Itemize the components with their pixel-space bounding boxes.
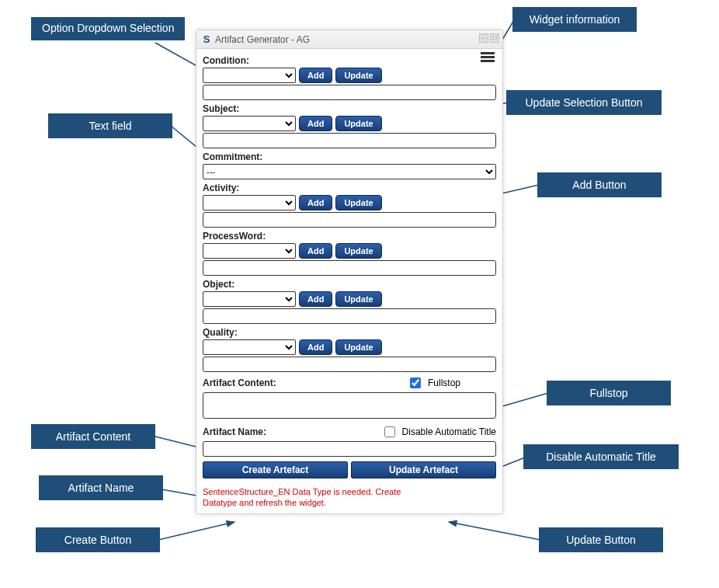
subject-label: Subject: — [203, 103, 496, 114]
condition-select[interactable] — [203, 68, 296, 83]
subject-update-button[interactable]: Update — [335, 116, 381, 131]
callout-fullstop: Fullstop — [547, 381, 671, 405]
window-title: Artifact Generator - AG — [215, 34, 310, 45]
activity-text-field[interactable] — [203, 212, 496, 228]
minimize-icon[interactable]: – — [479, 33, 488, 43]
callout-option-dropdown: Option Dropdown Selection — [31, 17, 185, 40]
quality-text-field[interactable] — [203, 357, 496, 372]
processword-label: ProcessWord: — [203, 231, 496, 242]
callout-widget-info: Widget information — [512, 7, 637, 32]
fullstop-label: Fullstop — [428, 378, 460, 388]
callout-update-button: Update Button — [539, 527, 663, 552]
titlebar: S Artifact Generator - AG – □ — [196, 30, 502, 49]
create-artefact-button[interactable]: Create Artefact — [203, 461, 348, 478]
disable-auto-title-checkbox[interactable] — [384, 426, 395, 437]
object-text-field[interactable] — [203, 308, 496, 324]
commitment-select[interactable]: --- — [203, 164, 496, 179]
condition-update-button[interactable]: Update — [335, 68, 381, 83]
callout-label: Option Dropdown Selection — [42, 22, 174, 34]
processword-add-button[interactable]: Add — [299, 243, 332, 259]
subject-select[interactable] — [203, 116, 296, 131]
artifact-generator-widget: S Artifact Generator - AG – □ Condition:… — [196, 30, 503, 514]
quality-select[interactable] — [203, 339, 296, 355]
commitment-label: Commitment: — [203, 151, 496, 162]
activity-add-button[interactable]: Add — [299, 195, 332, 210]
window-buttons: – □ — [479, 33, 499, 43]
callout-create-button: Create Button — [36, 527, 160, 552]
callout-label: Create Button — [64, 534, 131, 546]
subject-add-button[interactable]: Add — [299, 116, 332, 131]
processword-select[interactable] — [203, 243, 296, 259]
error-message: SentenceStructure_EN Data Type is needed… — [203, 486, 436, 509]
callout-add-button: Add Button — [537, 172, 662, 197]
condition-text-field[interactable] — [203, 85, 496, 100]
processword-update-button[interactable]: Update — [335, 243, 381, 259]
object-label: Object: — [203, 279, 496, 290]
quality-label: Quality: — [203, 327, 496, 338]
maximize-icon[interactable]: □ — [490, 33, 499, 43]
quality-update-button[interactable]: Update — [335, 339, 381, 355]
object-add-button[interactable]: Add — [299, 291, 332, 307]
callout-label: Add Button — [572, 179, 626, 191]
object-select[interactable] — [203, 291, 296, 307]
artifact-name-label: Artifact Name: — [203, 426, 266, 437]
svg-line-4 — [158, 522, 234, 540]
activity-update-button[interactable]: Update — [335, 195, 381, 210]
callout-text-field: Text field — [48, 113, 172, 138]
widget-body: Condition: Add Update Subject: Add Updat… — [196, 49, 502, 513]
disable-auto-title-label: Disable Automatic Title — [402, 426, 496, 437]
activity-label: Activity: — [203, 183, 496, 193]
app-logo-icon: S — [201, 34, 212, 45]
condition-label: Condition: — [203, 55, 496, 66]
callout-label: Widget information — [530, 13, 620, 26]
processword-text-field[interactable] — [203, 260, 496, 276]
callout-label: Update Selection Button — [526, 96, 643, 109]
artifact-content-field[interactable] — [203, 392, 496, 419]
callout-artifact-content: Artifact Content — [31, 424, 155, 449]
callout-disable-auto-title: Disable Automatic Title — [523, 444, 679, 469]
activity-select[interactable] — [203, 195, 296, 210]
artifact-name-field[interactable] — [203, 441, 496, 457]
callout-artifact-name: Artifact Name — [39, 475, 163, 500]
subject-text-field[interactable] — [203, 133, 496, 148]
callout-label: Artifact Name — [68, 482, 134, 494]
callout-label: Disable Automatic Title — [546, 451, 656, 463]
callout-label: Fullstop — [589, 387, 627, 399]
callout-label: Artifact Content — [56, 430, 131, 443]
callout-update-selection: Update Selection Button — [506, 90, 662, 115]
svg-line-10 — [449, 522, 540, 540]
update-artefact-button[interactable]: Update Artefact — [351, 461, 496, 478]
callout-label: Update Button — [566, 534, 636, 546]
object-update-button[interactable]: Update — [335, 291, 381, 307]
quality-add-button[interactable]: Add — [299, 339, 332, 355]
condition-add-button[interactable]: Add — [299, 68, 332, 83]
hamburger-icon[interactable] — [481, 50, 495, 64]
fullstop-checkbox[interactable] — [410, 378, 421, 388]
callout-label: Text field — [89, 120, 131, 132]
artifact-content-label: Artifact Content: — [203, 378, 276, 388]
